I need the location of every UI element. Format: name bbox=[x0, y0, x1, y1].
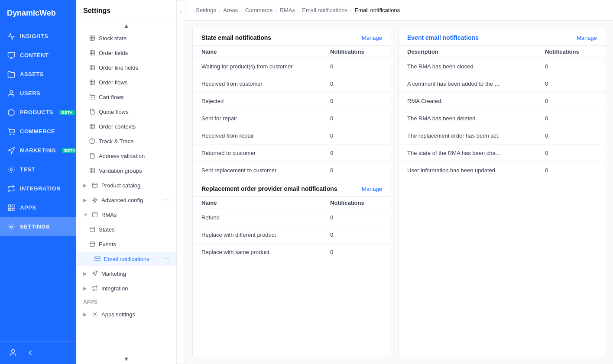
apps-icon bbox=[7, 203, 16, 212]
sidebar-item-email-notifications[interactable]: Email notifications ··· bbox=[76, 251, 176, 266]
sidebar-item-marketing[interactable]: ▶ Marketing bbox=[76, 266, 176, 281]
chevron-right2-icon: ▶ bbox=[83, 197, 88, 203]
scroll-down-button[interactable]: ▼ bbox=[76, 354, 176, 364]
sidebar-item-events[interactable]: Events bbox=[76, 237, 176, 251]
main-content: Settings › Areas › Commerce › RMAs › Ema… bbox=[185, 0, 613, 364]
event-row-6: User information has been updated. 0 bbox=[399, 162, 606, 179]
svg-point-6 bbox=[10, 168, 13, 171]
sidebar-item-order-line-fields[interactable]: Order line fields bbox=[76, 60, 176, 75]
sidebar-item-apps-settings[interactable]: ▶ Apps settings bbox=[76, 307, 176, 322]
svg-rect-9 bbox=[12, 208, 14, 210]
sidebar-item-rmas[interactable]: ▼ RMAs bbox=[76, 207, 176, 222]
sidebar-item-products[interactable]: PRODUCTS BETA bbox=[0, 103, 76, 122]
sep4: › bbox=[298, 7, 299, 13]
svg-point-12 bbox=[12, 350, 15, 353]
table2-icon bbox=[88, 49, 96, 57]
event-email-manage-link[interactable]: Manage bbox=[577, 35, 597, 41]
svg-point-29 bbox=[91, 99, 92, 100]
state-email-manage-link[interactable]: Manage bbox=[362, 35, 382, 41]
replacement-email-manage-link[interactable]: Manage bbox=[362, 186, 382, 192]
gear-icon bbox=[7, 165, 16, 174]
nav-bottom bbox=[0, 341, 76, 364]
sidebar-item-order-fields[interactable]: Order fields bbox=[76, 45, 176, 60]
sidebar-item-integration[interactable]: INTEGRATION bbox=[0, 179, 76, 198]
svg-point-11 bbox=[10, 225, 13, 228]
events-icon bbox=[88, 240, 96, 248]
sidebar-item-track-trace[interactable]: Track & Trace bbox=[76, 134, 176, 148]
state-row-1: Received from customer 0 bbox=[193, 75, 391, 93]
svg-rect-21 bbox=[90, 65, 95, 70]
nav-items: INSIGHTS CONTENT ASSETS USERS PRODUCTS bbox=[0, 27, 76, 341]
rmas-icon bbox=[91, 211, 99, 219]
settings-icon bbox=[7, 222, 16, 231]
event-notif-header: Notifications bbox=[545, 48, 597, 55]
sidebar-item-assets[interactable]: ASSETS bbox=[0, 65, 76, 84]
chart-icon bbox=[7, 32, 16, 41]
breadcrumb-email-notifications[interactable]: Email notifications bbox=[302, 7, 347, 13]
svg-point-5 bbox=[13, 134, 14, 135]
breadcrumb-current: Email notifications bbox=[354, 7, 400, 13]
megaphone-icon bbox=[7, 146, 16, 155]
svg-point-30 bbox=[94, 99, 94, 100]
breadcrumb-settings[interactable]: Settings bbox=[196, 7, 216, 13]
state-row-3: Sent for repair 0 bbox=[193, 110, 391, 127]
event-row-5: The state of the RMA has been cha... 0 bbox=[399, 145, 606, 162]
arrows-sm-icon bbox=[91, 284, 99, 292]
track-icon bbox=[88, 137, 96, 145]
sidebar-item-cart-flows[interactable]: Cart flows bbox=[76, 90, 176, 104]
sidebar-item-insights[interactable]: INSIGHTS bbox=[0, 27, 76, 46]
back-icon[interactable] bbox=[24, 347, 36, 359]
breadcrumb-areas[interactable]: Areas bbox=[223, 7, 238, 13]
sidebar-item-order-contexts[interactable]: Order contexts bbox=[76, 119, 176, 134]
state-email-section: State email notifications Manage Name No… bbox=[193, 28, 391, 179]
state-row-4: Received from repair 0 bbox=[193, 127, 391, 145]
more-dots-icon[interactable]: ··· bbox=[164, 196, 169, 204]
monitor-icon bbox=[7, 51, 16, 60]
sidebar-item-content[interactable]: CONTENT bbox=[0, 46, 76, 65]
svg-rect-8 bbox=[12, 205, 14, 207]
scroll-up-button[interactable]: ▲ bbox=[76, 20, 176, 31]
sidebar-item-advanced-config[interactable]: ▶ Advanced config ··· bbox=[76, 193, 176, 207]
user-profile-icon[interactable] bbox=[7, 347, 19, 359]
context-icon bbox=[88, 122, 96, 130]
sidebar-item-product-catalog[interactable]: ▶ Product catalog bbox=[76, 178, 176, 193]
sidebar-item-order-flows[interactable]: Order flows bbox=[76, 75, 176, 90]
sidebar-item-apps[interactable]: APPS bbox=[0, 198, 76, 217]
sidebar-item-quote-flows[interactable]: Quote flows bbox=[76, 104, 176, 119]
left-sidebar: DynamicWeb INSIGHTS CONTENT ASSETS USERS bbox=[0, 0, 76, 364]
svg-rect-7 bbox=[8, 205, 10, 207]
event-row-3: The RMA has been deleted. 0 bbox=[399, 110, 606, 127]
replacement-row-1: Replace with different product 0 bbox=[193, 226, 391, 244]
sidebar-title: Settings bbox=[76, 0, 176, 20]
apps-section-label: Apps bbox=[76, 296, 176, 307]
chevron-right4-icon: ▶ bbox=[83, 286, 88, 291]
left-panel: State email notifications Manage Name No… bbox=[192, 28, 391, 357]
svg-rect-49 bbox=[90, 242, 95, 247]
sidebar-item-settings[interactable]: SETTINGS bbox=[0, 217, 76, 236]
breadcrumb-commerce[interactable]: Commerce bbox=[245, 7, 273, 13]
collapse-sidebar-button[interactable] bbox=[177, 0, 185, 364]
email-more-dots-icon[interactable]: ··· bbox=[164, 255, 169, 263]
sidebar-item-users[interactable]: USERS bbox=[0, 84, 76, 103]
svg-rect-42 bbox=[93, 183, 97, 188]
sidebar-item-marketing[interactable]: MARKETING BETA bbox=[0, 141, 76, 160]
sidebar-item-commerce[interactable]: COMMERCE bbox=[0, 122, 76, 141]
state-email-table-header: Name Notifications bbox=[193, 45, 391, 58]
sidebar-item-address-validation[interactable]: Address validation bbox=[76, 148, 176, 163]
folder-icon bbox=[7, 70, 16, 79]
event-email-title: Event email notifications bbox=[407, 34, 479, 41]
sidebar-item-test[interactable]: TEST bbox=[0, 160, 76, 179]
sidebar-item-stock-state[interactable]: Stock state bbox=[76, 31, 176, 45]
breadcrumb-rmas[interactable]: RMAs bbox=[280, 7, 295, 13]
sep1: › bbox=[219, 7, 221, 13]
chevron-right-icon: ▶ bbox=[83, 183, 88, 188]
replacement-name-header: Name bbox=[201, 200, 330, 206]
svg-marker-44 bbox=[93, 197, 97, 203]
sep3: › bbox=[275, 7, 277, 13]
event-email-section: Event email notifications Manage Descrip… bbox=[399, 28, 606, 179]
sidebar-item-states[interactable]: States bbox=[76, 222, 176, 237]
sidebar-item-validation-groups[interactable]: Validation groups bbox=[76, 163, 176, 178]
event-row-1: A comment has been added to the ... 0 bbox=[399, 75, 606, 93]
user-icon bbox=[7, 89, 16, 98]
sidebar-item-integration[interactable]: ▶ Integration bbox=[76, 281, 176, 296]
